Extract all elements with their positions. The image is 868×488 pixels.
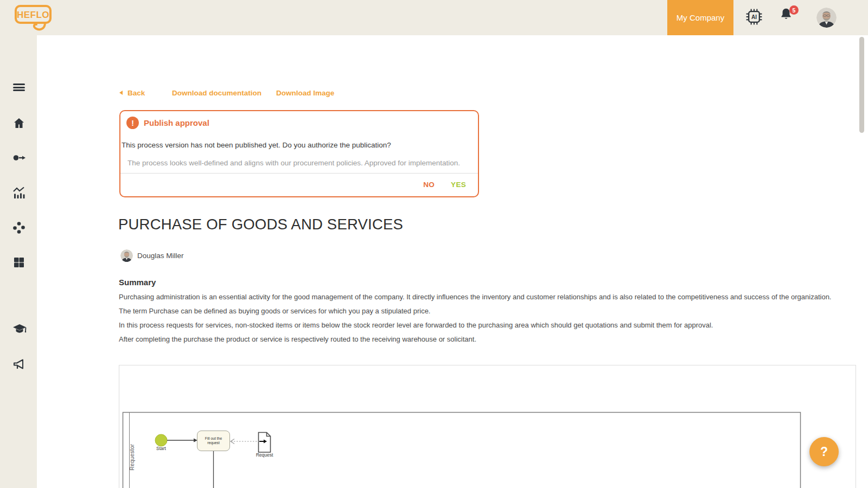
analytics-icon[interactable] [12,186,26,202]
page: Back Download documentation Download Ima… [0,0,868,488]
home-icon[interactable] [12,117,25,132]
back-arrow-icon [119,91,123,95]
data-object-label: Request [246,453,283,458]
user-avatar[interactable] [816,8,837,28]
scrollbar-thumb[interactable] [859,37,864,133]
heflo-logo[interactable]: HEFLO [14,4,56,35]
menu-icon[interactable] [13,84,25,93]
task-fill-out-the-request: Fill out the request [197,431,230,451]
dialog-question: This process version has not been publis… [122,141,469,149]
back-button[interactable]: Back [127,89,145,97]
help-button[interactable]: ? [809,437,839,466]
company-button[interactable]: My Company [667,0,733,35]
academy-icon[interactable] [12,323,27,338]
summary-paragraph: In this process requests for services, n… [119,318,857,332]
page-title: PURCHASE OF GOODS AND SERVICES [118,216,403,233]
notification-badge: 5 [789,5,799,15]
dialog-divider [120,173,478,174]
cluster-icon[interactable] [12,221,25,236]
download-documentation-button[interactable]: Download documentation [172,89,261,97]
notifications-button[interactable]: 5 [779,7,802,30]
author-name: Douglas Miller [137,252,184,260]
apps-grid-icon[interactable] [12,256,25,271]
download-image-button[interactable]: Download Image [276,89,334,97]
publish-approval-dialog: ! Publish approval This process version … [119,110,479,197]
bpmn-diagram: Requestor Approver Start Fill out the re… [119,365,856,488]
dialog-title: Publish approval [144,118,209,127]
start-event-label: Start [143,446,180,451]
alert-icon: ! [126,117,139,129]
content-panel: Back Download documentation Download Ima… [37,35,868,488]
author-avatar [120,249,133,262]
top-bar: HEFLO My Company AI 5 [0,0,868,35]
logo-text: HEFLO [17,10,49,20]
lane-label-requestor: Requestor [129,425,137,488]
announcements-icon[interactable] [12,358,25,373]
yes-button[interactable]: YES [451,181,466,189]
summary-paragraph: Purchasing administration is an essentia… [119,290,857,304]
sidebar [0,35,37,488]
svg-text:AI: AI [751,14,757,20]
summary-paragraph: After completing the purchase the produc… [119,332,857,346]
summary-heading: Summary [119,278,156,287]
bpmn-diagram-shapes [119,365,856,488]
summary-paragraphs: Purchasing administration is an essentia… [119,290,857,346]
approval-comment-input[interactable]: The process looks well-defined and align… [127,159,469,167]
summary-paragraph: The term Purchase can be defined as buyi… [119,304,857,318]
task-label: Fill out the request [202,436,224,445]
process-flow-icon[interactable] [12,151,26,166]
ai-assistant-icon[interactable]: AI [745,8,763,28]
no-button[interactable]: NO [423,181,435,189]
